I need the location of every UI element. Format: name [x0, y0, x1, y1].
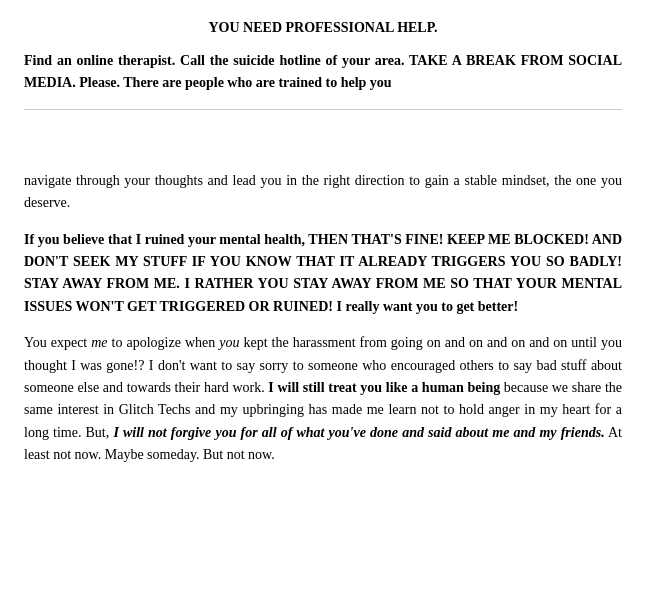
paragraph-3-bold-italic: I will not forgive you for all of what y… — [113, 425, 604, 440]
paragraph-3-bold-1: I will still treat you like a human bein… — [268, 380, 500, 395]
divider — [24, 109, 622, 110]
paragraph-2: If you believe that I ruined your mental… — [24, 229, 622, 319]
paragraph-continuation: navigate through your thoughts and lead … — [24, 170, 622, 215]
paragraph-3-me: me — [91, 335, 107, 350]
paragraph-3-text-2: to apologize when — [108, 335, 220, 350]
paragraph-3-text-1: You expect — [24, 335, 91, 350]
paragraph-3-you: you — [219, 335, 239, 350]
paragraph-1: Find an online therapist. Call the suici… — [24, 50, 622, 95]
page-title: YOU NEED PROFESSIONAL HELP. — [24, 20, 622, 36]
paragraph-3: You expect me to apologize when you kept… — [24, 332, 622, 466]
